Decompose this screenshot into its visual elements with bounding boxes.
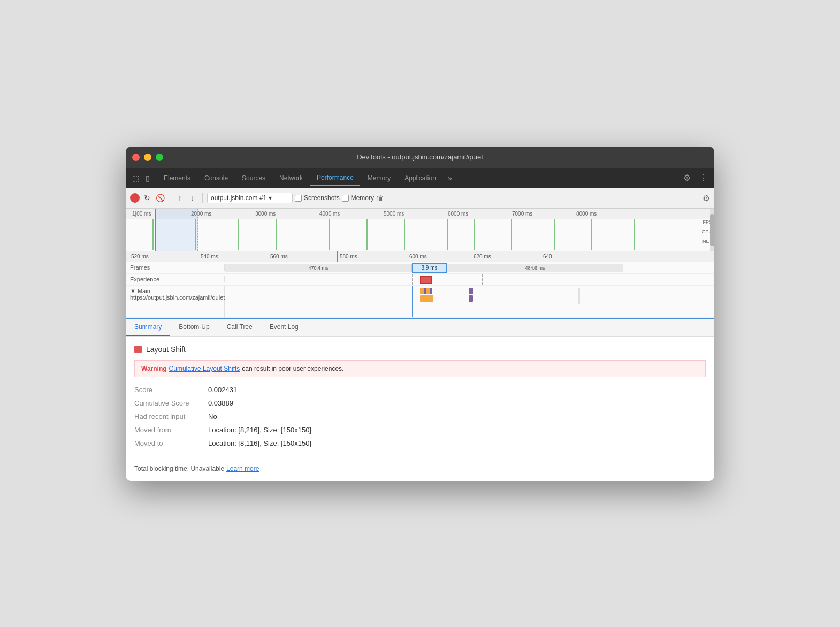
title-bar: DevTools - output.jsbin.com/zajamil/quie…	[126, 147, 714, 168]
bottom-tabs: Summary Bottom-Up Call Tree Event Log	[126, 319, 714, 337]
screenshots-checkbox[interactable]	[295, 195, 302, 202]
devtools-window: DevTools - output.jsbin.com/zajamil/quie…	[126, 147, 714, 481]
ruler-tick-5: 6000 ms	[447, 209, 468, 219]
detail-tick-6: 640	[543, 254, 552, 259]
fps-tick	[634, 219, 635, 250]
clear-button[interactable]: 🚫	[155, 193, 165, 203]
memory-checkbox-group[interactable]: Memory	[342, 194, 374, 202]
more-options-icon[interactable]: ⋮	[697, 171, 710, 185]
tab-console[interactable]: Console	[198, 171, 234, 185]
tab-bar-right-controls: ⚙ ⋮	[681, 171, 710, 185]
experience-row-content	[225, 274, 714, 285]
frame-value-1: 470.4 ms	[308, 265, 328, 271]
detail-tick-2: 560 ms	[270, 254, 288, 259]
fps-tick	[554, 219, 555, 250]
timeline-scrollbar-thumb[interactable]	[710, 214, 714, 246]
refresh-button[interactable]: ↻	[142, 193, 152, 203]
detail-ruler: 520 ms 540 ms 560 ms 580 ms 600 ms 620 m…	[126, 251, 714, 262]
more-tabs-button[interactable]: »	[444, 172, 456, 185]
cumulative-value: 0.03889	[208, 399, 233, 407]
score-value: 0.002431	[208, 386, 237, 394]
flame-block-5	[420, 295, 433, 302]
timeline-overview[interactable]: 1|00 ms 2000 ms 3000 ms 4000 ms 5000 ms …	[126, 209, 714, 251]
maximize-button[interactable]	[156, 154, 163, 161]
flame-block-4	[430, 288, 432, 294]
moved-to-label: Moved to	[134, 439, 204, 447]
toolbar-divider	[170, 193, 170, 203]
tab-summary[interactable]: Summary	[126, 319, 170, 336]
ruler-tick-7: 8000 ms	[575, 209, 597, 219]
memory-checkbox[interactable]	[342, 195, 349, 202]
tab-bottom-up[interactable]: Bottom-Up	[170, 319, 218, 336]
detail-tick-5: 620 ms	[474, 254, 491, 259]
tab-event-log[interactable]: Event Log	[261, 319, 307, 336]
total-blocking-row: Total blocking time: Unavailable Learn m…	[134, 465, 706, 472]
settings-icon[interactable]: ⚙	[681, 171, 693, 185]
detail-tick-0: 520 ms	[131, 254, 149, 259]
device-icon[interactable]: ▯	[143, 172, 152, 185]
frame-value-highlight: 8.9 ms	[421, 265, 437, 271]
layout-shift-title: Layout Shift	[146, 345, 186, 354]
layout-shift-header: Layout Shift	[134, 345, 706, 354]
flame-block-7	[469, 295, 473, 302]
detail-tick-3: 580 ms	[340, 254, 357, 259]
experience-row-label: Experience	[126, 276, 225, 282]
flame-block-6	[469, 288, 473, 294]
window-title: DevTools - output.jsbin.com/zajamil/quie…	[357, 153, 483, 161]
download-button[interactable]: ↓	[187, 193, 198, 203]
cumulative-layout-shifts-link[interactable]: Cumulative Layout Shifts	[169, 365, 240, 372]
performance-toolbar: ↻ 🚫 ↑ ↓ output.jsbin.com #1 ▾ Screenshot…	[126, 188, 714, 209]
trash-icon[interactable]: 🗑	[376, 194, 384, 202]
toolbar-settings-icon[interactable]: ⚙	[702, 193, 710, 203]
timeline-scrollbar[interactable]	[710, 209, 714, 251]
tab-network[interactable]: Network	[273, 171, 309, 185]
detail-area: 520 ms 540 ms 560 ms 580 ms 600 ms 620 m…	[126, 251, 714, 319]
tab-sources[interactable]: Sources	[235, 171, 272, 185]
tab-bar: ⬚ ▯ Elements Console Sources Network Per…	[126, 168, 714, 188]
tab-call-tree[interactable]: Call Tree	[218, 319, 261, 336]
minimize-button[interactable]	[144, 154, 151, 161]
tab-memory[interactable]: Memory	[361, 171, 397, 185]
divider	[134, 456, 706, 456]
bottom-panel: Summary Bottom-Up Call Tree Event Log La…	[126, 319, 714, 481]
url-select-text: output.jsbin.com #1	[211, 194, 266, 202]
fps-tick	[329, 219, 330, 250]
score-label: Score	[134, 386, 204, 394]
learn-more-link[interactable]: Learn more	[226, 465, 259, 472]
url-selector[interactable]: output.jsbin.com #1 ▾	[207, 193, 293, 203]
timeline-selection[interactable]	[155, 209, 198, 251]
warning-bar: Warning Cumulative Layout Shifts can res…	[134, 360, 706, 377]
recent-input-row: Had recent input No	[134, 412, 706, 420]
screenshots-checkbox-group[interactable]: Screenshots	[295, 194, 340, 202]
upload-button[interactable]: ↑	[174, 193, 185, 203]
tab-bar-left-controls: ⬚ ▯	[130, 172, 152, 185]
flame-block-8	[578, 288, 580, 304]
ruler-tick-4: 5000 ms	[383, 209, 404, 219]
main-row: ▼ Main — https://output.jsbin.com/zajami…	[126, 286, 714, 318]
frames-row-label: Frames	[126, 264, 225, 271]
fps-tick	[366, 219, 368, 250]
moved-to-row: Moved to Location: [8,116], Size: [150x1…	[134, 439, 706, 447]
memory-label: Memory	[351, 194, 374, 202]
frames-row: Frames 470.4 ms 8.9 ms 484.6 ms	[126, 262, 714, 274]
fps-tick	[591, 219, 592, 250]
moved-from-value: Location: [8,216], Size: [150x150]	[208, 426, 311, 434]
warning-text: can result in poor user experiences.	[242, 365, 343, 372]
tab-performance[interactable]: Performance	[310, 171, 360, 186]
moved-from-label: Moved from	[134, 426, 204, 434]
toolbar-divider-2	[202, 193, 203, 203]
record-button[interactable]	[130, 193, 140, 203]
tab-application[interactable]: Application	[398, 171, 442, 185]
detail-rows: Frames 470.4 ms 8.9 ms 484.6 ms Experie	[126, 262, 714, 318]
frame-block-highlight: 8.9 ms	[412, 263, 447, 273]
url-select-arrow: ▾	[269, 194, 272, 202]
inspect-icon[interactable]: ⬚	[130, 172, 141, 185]
fps-tick	[447, 219, 448, 250]
tab-elements[interactable]: Elements	[157, 171, 197, 185]
experience-row: Experience	[126, 274, 714, 286]
fps-tick	[404, 219, 405, 250]
close-button[interactable]	[132, 154, 140, 161]
screenshots-label: Screenshots	[304, 194, 340, 202]
main-row-label: ▼ Main — https://output.jsbin.com/zajami…	[126, 286, 225, 318]
fps-tick	[511, 219, 512, 250]
